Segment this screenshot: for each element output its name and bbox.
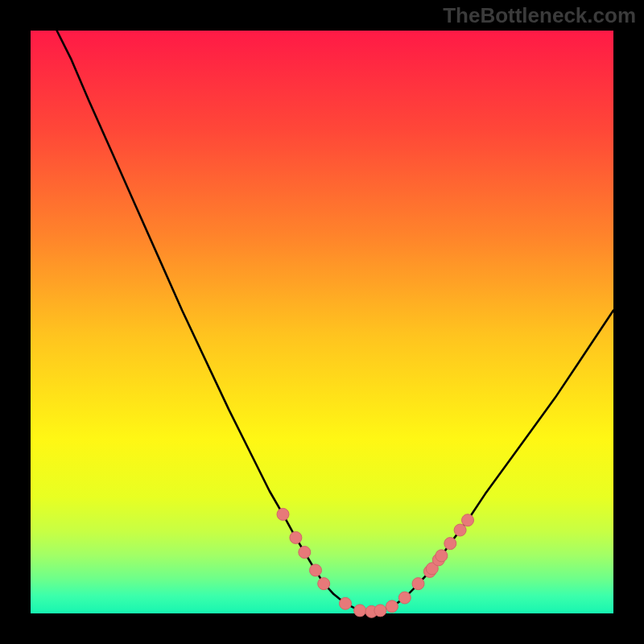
data-point-marker [454,524,466,536]
data-point-marker [386,601,398,613]
data-point-marker [444,538,456,550]
data-point-marker [340,597,352,609]
data-point-marker [354,605,366,617]
data-point-marker [398,592,411,604]
data-point-marker [277,508,289,520]
data-point-marker [299,547,311,559]
bottleneck-curve-chart [0,0,644,644]
data-point-marker [412,578,424,590]
data-point-marker [374,605,386,617]
data-point-marker [436,550,448,562]
data-point-marker [310,564,322,576]
data-point-marker [462,514,474,526]
watermark-text: TheBottleneck.com [443,3,636,28]
data-point-marker [318,578,330,590]
data-point-marker [290,531,302,543]
plot-gradient-background [31,31,613,613]
chart-container: TheBottleneck.com [0,0,644,644]
